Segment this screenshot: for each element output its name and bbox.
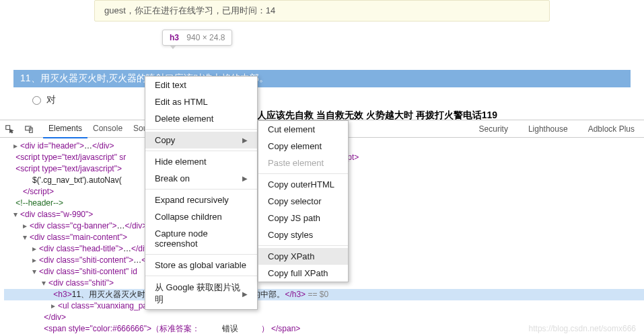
chevron-right-icon: ▶ — [242, 290, 248, 298]
tab-elements[interactable]: Elements — [43, 120, 87, 138]
tooltip-tag: h3 — [170, 33, 179, 42]
element-tooltip: h3 940 × 24.8 — [162, 30, 232, 46]
svg-rect-1 — [25, 126, 30, 130]
svg-rect-0 — [5, 125, 9, 129]
menu-edit-html[interactable]: Edit as HTML — [145, 93, 257, 110]
menu-separator — [258, 173, 348, 174]
watermark: https://blog.csdn.net/somx666 — [529, 324, 636, 333]
submenu-selector[interactable]: Copy selector — [258, 193, 348, 210]
submenu-styles[interactable]: Copy styles — [258, 226, 348, 243]
menu-separator — [258, 245, 348, 246]
menu-edit-text[interactable]: Edit text — [145, 77, 257, 93]
menu-break-on[interactable]: Break on▶ — [145, 170, 257, 187]
submenu-copy-element[interactable]: Copy element — [258, 138, 348, 155]
context-menu[interactable]: Edit text Edit as HTML Delete element Co… — [145, 76, 258, 310]
menu-collapse[interactable]: Collapse children — [145, 208, 257, 225]
menu-capture[interactable]: Capture node screenshot — [145, 225, 257, 252]
submenu-xpath[interactable]: Copy XPath — [258, 248, 348, 265]
guest-status-bar: guest，你正在进行在线学习，已用时间：14 — [94, 0, 550, 22]
menu-expand[interactable]: Expand recursively — [145, 192, 257, 208]
menu-delete[interactable]: Delete element — [145, 110, 257, 127]
copy-submenu[interactable]: Cut element Copy element Paste element C… — [258, 120, 349, 282]
menu-separator — [145, 151, 257, 151]
menu-separator — [145, 129, 257, 130]
submenu-full-xpath[interactable]: Copy full XPath — [258, 265, 348, 282]
tab-lighthouse[interactable]: Lighthouse — [523, 120, 573, 138]
tab-security[interactable]: Security — [474, 120, 513, 138]
menu-google-image[interactable]: 从 Google 获取图片说明▶ — [145, 278, 257, 309]
inspect-icon[interactable] — [4, 124, 14, 134]
tab-console[interactable]: Console — [87, 120, 128, 138]
tooltip-dimensions: 940 × 24.8 — [186, 33, 225, 42]
submenu-cut[interactable]: Cut element — [258, 121, 348, 138]
chevron-right-icon: ▶ — [242, 136, 248, 144]
menu-hide[interactable]: Hide element — [145, 153, 257, 170]
menu-separator — [145, 276, 257, 276]
submenu-paste: Paste element — [258, 155, 348, 171]
question-heading: 11、用灭火器灭火时,灭火器的喷射口应该对准火焰的中部。 — [13, 70, 631, 87]
menu-separator — [145, 254, 257, 255]
option-row[interactable]: 对 — [32, 94, 644, 106]
menu-store[interactable]: Store as global variable — [145, 257, 257, 274]
menu-copy[interactable]: Copy▶ — [145, 132, 257, 149]
tab-adblock[interactable]: Adblock Plus — [583, 120, 640, 138]
selected-node[interactable]: <h3>11、用灭火器灭火时,灭火器的喷射口应该对准火焰的中部。</h3> ==… — [4, 289, 644, 300]
menu-separator — [145, 189, 257, 190]
option-label: 对 — [46, 94, 56, 106]
device-icon[interactable] — [24, 124, 34, 134]
submenu-jspath[interactable]: Copy JS path — [258, 210, 348, 226]
radio-icon[interactable] — [32, 96, 41, 105]
submenu-outerhtml[interactable]: Copy outerHTML — [258, 176, 348, 193]
chevron-right-icon: ▶ — [242, 175, 248, 182]
